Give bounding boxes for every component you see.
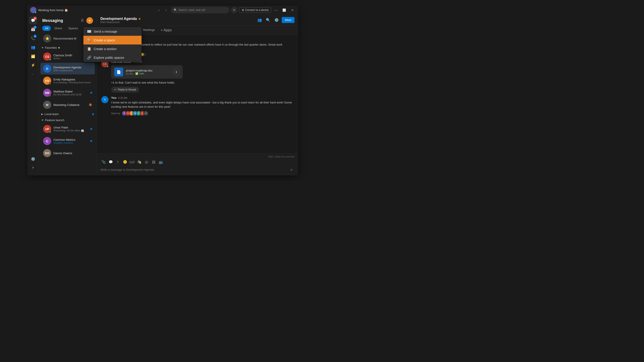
- section-icon: 📋: [87, 47, 92, 51]
- seen-more-count: +2: [143, 111, 148, 116]
- list-item[interactable]: D Development Agenda ENG Deployment: [40, 63, 95, 74]
- search-chat-icon[interactable]: 🔍: [265, 17, 272, 23]
- emoji-button[interactable]: 😊: [122, 159, 128, 165]
- sidebar-item-activity[interactable]: ⚡: [29, 61, 37, 69]
- add-button[interactable]: +: [231, 7, 237, 13]
- tab-spaces[interactable]: Spaces: [66, 26, 80, 31]
- meet-button[interactable]: Meet: [282, 17, 294, 23]
- list-item[interactable]: MB Matthew Baker Do Not Disturb until 16…: [40, 87, 95, 98]
- contact-name: Matthew Baker: [54, 90, 88, 93]
- dropdown-item-explore-spaces[interactable]: 🔗 Explore public spaces: [84, 53, 142, 62]
- local-team-section[interactable]: ▶ Local team: [39, 111, 96, 117]
- mention-button[interactable]: @: [143, 159, 150, 165]
- unread-badge: [90, 128, 92, 130]
- status-badge: [49, 58, 51, 60]
- connect-label: Connect to a device: [245, 8, 269, 12]
- chat-header: Development Agenda ★ ENG Deployment 👥 🔍 …: [97, 14, 298, 26]
- sidebar-item-contacts[interactable]: 🗂️: [29, 52, 37, 60]
- calendar-badge: 1: [34, 26, 37, 29]
- sidebar-add-button[interactable]: +: [86, 17, 93, 24]
- search-bar[interactable]: 🔍 Search, meet, and call: [171, 7, 229, 13]
- list-item[interactable]: DO Darren Owens: [40, 147, 95, 159]
- dropdown-item-create-section[interactable]: 📋 Create a section: [84, 44, 142, 53]
- sticker-button[interactable]: 🎭: [136, 159, 142, 165]
- icon-rail: 💬 5 📅 1 📞 1 👥 🗂️ ⚡ ···: [28, 14, 39, 175]
- sidebar-item-settings[interactable]: ⚙️: [29, 155, 37, 163]
- send-button[interactable]: ➤: [288, 166, 294, 173]
- messaging-badge: 5: [34, 17, 37, 20]
- contact-status: ENG Deployment: [54, 69, 92, 72]
- minimize-button[interactable]: —: [273, 7, 279, 13]
- gif-button[interactable]: GIF: [129, 159, 135, 165]
- avatar: Y: [101, 96, 108, 103]
- calls-badge: 1: [34, 35, 37, 38]
- composer: Shift + Enter for a new line 📎 💬 T 😊 GIF…: [97, 153, 298, 175]
- avatar: UP: [43, 125, 51, 133]
- close-button[interactable]: ✕: [289, 7, 296, 13]
- format-button[interactable]: 💬: [108, 159, 114, 165]
- contacts-icon: 🗂️: [31, 54, 35, 58]
- feature-launch-section[interactable]: ▼ Feature launch: [39, 117, 96, 123]
- attach-button[interactable]: 📎: [100, 159, 107, 165]
- download-button[interactable]: ⬇: [173, 69, 180, 75]
- space-icon: 🔍: [87, 38, 92, 42]
- search-placeholder: Search, meet, and call: [178, 8, 205, 12]
- sidebar-item-messaging[interactable]: 💬 5: [29, 16, 37, 24]
- list-item[interactable]: EN Emily Nakagawa In a meeting • Working…: [40, 75, 95, 86]
- maximize-button[interactable]: ⬜: [281, 7, 287, 13]
- safe-badge: ✅ Safe: [135, 72, 144, 75]
- dropdown-item-send-message[interactable]: ✉️ Send a message: [84, 27, 142, 36]
- reply-label: Reply to thread: [118, 88, 136, 91]
- list-item[interactable]: C Common Metrics Usability research: [40, 135, 95, 147]
- contact-name: Common Metrics: [54, 138, 88, 141]
- chevron-down-icon: ▼: [41, 46, 44, 49]
- sidebar-item-help[interactable]: ?: [29, 164, 37, 172]
- sidebar-item-calendar[interactable]: 📅 1: [29, 25, 37, 33]
- star-icon[interactable]: ★: [138, 17, 141, 20]
- avatar: D: [43, 64, 51, 73]
- sidebar-item-teams[interactable]: 👥: [29, 43, 37, 51]
- text-format-button[interactable]: T: [115, 159, 121, 165]
- contact-name: Darren Owens: [54, 151, 92, 155]
- reply-to-thread-button[interactable]: ↩ Reply to thread: [111, 87, 139, 92]
- seen-by-label: Seen by: [111, 112, 120, 115]
- file-icon: 📄: [114, 67, 123, 76]
- add-people-icon[interactable]: 👥: [256, 17, 263, 23]
- screen-share-button[interactable]: 📺: [158, 159, 164, 165]
- connect-device-button[interactable]: 🖥 Connect to a device: [239, 7, 271, 13]
- window-controls: — ⬜ ✕: [273, 7, 296, 13]
- contact-name: Marketing Collateral: [54, 103, 86, 107]
- chat-title: Development Agenda: [100, 17, 137, 21]
- sidebar-menu-button[interactable]: ☰: [79, 17, 86, 23]
- title-bar: 👤 Working from home 🏠 ‹ › 🔍 Search, meet…: [28, 5, 298, 14]
- user-status-dot: [35, 11, 36, 13]
- list-item[interactable]: UP Umar Patel Presenting • At the office…: [40, 123, 95, 135]
- image-button[interactable]: 🖼: [150, 159, 157, 165]
- tab-direct[interactable]: Direct: [52, 26, 64, 31]
- dropdown-label: Explore public spaces: [94, 56, 124, 59]
- list-item[interactable]: M Marketing Collateral 🔕: [40, 99, 95, 111]
- settings-icon: ⚙️: [31, 157, 35, 161]
- tab-all[interactable]: All: [42, 26, 51, 31]
- tab-meetings[interactable]: Meetings: [140, 26, 158, 34]
- monitor-icon: 🖥: [242, 8, 244, 12]
- mute-icon: 🔕: [89, 103, 92, 106]
- contact-name: Emily Nakagawa: [54, 78, 92, 81]
- sender-name: You: [111, 96, 116, 99]
- section-label: Local team: [44, 112, 59, 116]
- status-badge: [49, 131, 51, 133]
- tab-add-apps[interactable]: + Apps: [159, 28, 174, 32]
- message-text: +1 to that. Can't wait to see what the f…: [111, 80, 294, 85]
- contact-name: Umar Patel: [54, 126, 88, 129]
- chat-header-actions: 👥 🔍 ⚙️ Meet: [256, 17, 294, 23]
- file-size: 24 KB: [126, 72, 132, 75]
- settings-chat-icon[interactable]: ⚙️: [273, 17, 280, 23]
- sidebar-item-more[interactable]: ···: [29, 70, 37, 78]
- message-input[interactable]: [100, 167, 288, 172]
- message: Y You 8:30 AM I know we're on tight sche…: [101, 96, 294, 116]
- dropdown-item-create-space[interactable]: 🔍 Create a space: [84, 36, 142, 44]
- back-button[interactable]: ‹: [156, 7, 162, 13]
- recommended-label: Recommended M: [54, 37, 76, 40]
- sidebar-item-calls[interactable]: 📞 1: [29, 34, 37, 42]
- forward-button[interactable]: ›: [163, 7, 169, 13]
